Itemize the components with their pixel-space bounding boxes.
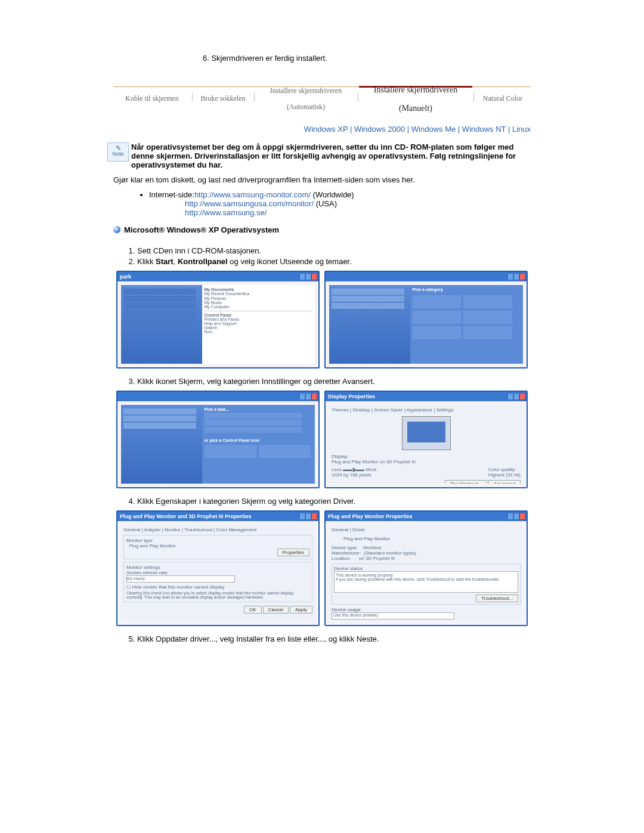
note-text: Når operativsystemet ber deg om å oppgi … (131, 143, 537, 169)
section-heading-xp: Microsoft® Windows® XP Operativsystem (113, 225, 531, 234)
top-tabbar: Koble til skjermen Bruke sokkelen Instal… (113, 86, 531, 116)
link-windows-2000[interactable]: Windows 2000 (354, 125, 405, 134)
tab-connect[interactable]: Koble til skjermen (113, 87, 191, 111)
screenshot-appearance: Pick a task... or pick a Control Panel i… (116, 391, 320, 488)
tab-stand[interactable]: Bruke sokkelen (193, 87, 253, 111)
step-6-text: 6. Skjermdriveren er ferdig installert. (203, 54, 549, 63)
link-windows-nt[interactable]: Windows NT (462, 125, 506, 134)
tab-install-manual[interactable]: Installere skjermdriveren(Manuelt) (359, 87, 472, 111)
btn-advanced[interactable]: Advanced (488, 480, 521, 484)
btn-properties[interactable]: Properties (277, 549, 309, 556)
link-linux[interactable]: Linux (512, 125, 531, 134)
link-windows-xp[interactable]: Windows XP (304, 125, 348, 134)
screenshot-monitor-properties: General | Driver Plug and Play Monitor D… (324, 510, 528, 626)
link-samsung-usa[interactable]: http://www.samsungusa.com/monitor/ (185, 199, 314, 208)
step-2: Klikk Start, Kontrollpanel og velg ikone… (137, 257, 531, 266)
btn-cancel-2[interactable]: Cancel (263, 606, 289, 614)
tab-install-auto[interactable]: Installere skjermdriveren(Automatisk) (255, 87, 357, 111)
bullet-disc-icon (113, 226, 120, 233)
note-icon: Note (107, 143, 131, 169)
btn-ok-2[interactable]: OK (244, 606, 262, 614)
screenshot-control-panel: Pick a category (324, 271, 528, 368)
step-4: Klikk Egenskaper i kategorien Skjerm og … (137, 497, 531, 506)
screenshot-start-menu: My DocumentsMy Recent Documents ▸My Pict… (116, 271, 320, 368)
internet-links-item: Internet-side:http://www.samsung-monitor… (149, 190, 531, 217)
intro-paragraph: Gjør klar en tom diskett, og last ned dr… (113, 175, 531, 184)
step-1: Sett CDen inn i CD-ROM-stasjonen. (137, 246, 531, 255)
link-samsung-se[interactable]: http://www.samsung.se/ (185, 208, 267, 217)
btn-troubleshoot[interactable]: Troubleshoot... (445, 480, 487, 484)
btn-apply-2[interactable]: Apply (290, 606, 312, 614)
btn-troubleshoot-2[interactable]: Troubleshoot... (476, 594, 518, 602)
step-5: Klikk Oppdater driver..., velg Installer… (137, 634, 531, 643)
os-links-row: Windows XP | Windows 2000 | Windows Me |… (113, 125, 531, 134)
link-windows-me[interactable]: Windows Me (411, 125, 456, 134)
screenshot-display-properties: Themes | Desktop | Screen Saver | Appear… (324, 391, 528, 488)
screenshot-adapter-properties: General | Adapter | Monitor | Troublesho… (116, 510, 320, 626)
tab-natural-color[interactable]: Natural Color (475, 87, 531, 111)
step-3: Klikk ikonet Skjerm, velg kategorien Inn… (137, 377, 531, 386)
link-samsung-monitor[interactable]: http://www.samsung-monitor.com/ (194, 190, 311, 199)
